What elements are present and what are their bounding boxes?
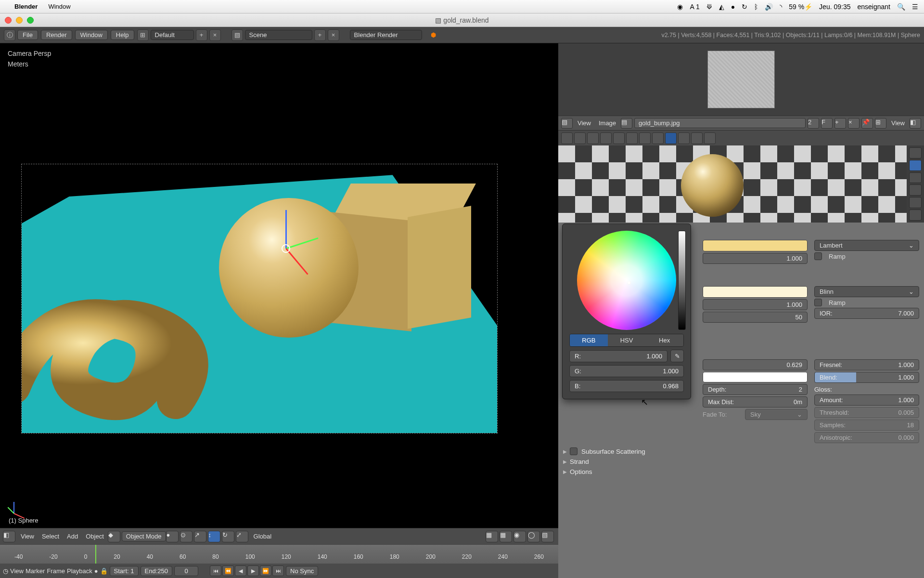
timemachine-icon[interactable]: ↻ — [742, 3, 747, 11]
uv-image-editor[interactable] — [558, 43, 924, 116]
prop-scene-icon[interactable] — [587, 132, 599, 144]
layout-delete-icon[interactable]: × — [209, 29, 221, 41]
prop-modifiers-icon[interactable] — [639, 132, 651, 144]
diffuse-color-swatch[interactable] — [703, 240, 808, 251]
layers-grid2-icon[interactable]: ▦ — [500, 531, 512, 542]
close-window-button[interactable] — [5, 17, 12, 24]
diffuse-shader-select[interactable]: Lambert⌄ — [814, 240, 919, 251]
preview-cube-icon[interactable] — [909, 172, 922, 184]
file-menu[interactable]: File — [17, 30, 38, 40]
zoom-window-button[interactable] — [27, 17, 34, 24]
start-frame-field[interactable]: Start:1 — [110, 566, 139, 576]
fade-to-select[interactable]: Sky⌄ — [745, 409, 808, 420]
dropbox-icon[interactable]: ⟱ — [706, 3, 712, 11]
prop-constraints-icon[interactable] — [626, 132, 638, 144]
gizmo-center[interactable] — [282, 244, 290, 253]
keyframe-prev-icon[interactable]: ⏪ — [222, 565, 234, 576]
window-menu[interactable]: Window — [48, 3, 70, 10]
lock-icon[interactable]: 🔒 — [100, 567, 108, 575]
prop-world-icon[interactable] — [600, 132, 612, 144]
screen-layout-select[interactable]: Default — [151, 30, 194, 40]
wifi-icon[interactable]: ◝ — [780, 3, 782, 11]
hex-tab[interactable]: Hex — [645, 334, 683, 346]
eyedropper-icon[interactable]: ✎ — [670, 350, 684, 362]
select-menu[interactable]: Select — [38, 533, 63, 540]
manipulator-toggle-icon[interactable]: ↗ — [194, 531, 206, 542]
prop-particles-icon[interactable] — [691, 132, 703, 144]
z-axis-handle[interactable] — [285, 210, 287, 249]
end-frame-field[interactable]: End:250 — [141, 566, 172, 576]
options-section-header[interactable]: Options — [563, 468, 919, 475]
scene-add-icon[interactable]: + — [314, 29, 326, 41]
tl-playback-menu[interactable]: Playback — [67, 567, 92, 575]
help-menu[interactable]: Help — [111, 30, 134, 40]
preview-monkey-icon[interactable] — [909, 184, 922, 196]
hsv-tab[interactable]: HSV — [608, 334, 646, 346]
spotlight-icon[interactable]: 🔍 — [897, 3, 905, 11]
editor-type-timeline-icon[interactable]: ◷ — [3, 567, 8, 575]
editor-type-icon[interactable]: ⓘ — [4, 29, 15, 41]
strand-section-header[interactable]: Strand — [563, 458, 919, 465]
diffuse-intensity-field[interactable]: 1.000 — [703, 253, 808, 264]
gloss-aniso-field[interactable]: Anisotropic:0.000 — [814, 432, 919, 443]
clock[interactable]: Jeu. 09:35 — [819, 3, 850, 11]
layers-grid-icon[interactable]: ▦ — [486, 531, 498, 542]
battery-percent[interactable]: 59 % ⚡ — [789, 3, 812, 11]
sss-enable-checkbox[interactable] — [570, 447, 578, 455]
keyframe-next-icon[interactable]: ⏩ — [260, 565, 271, 576]
orientation-select[interactable]: Global — [250, 533, 276, 540]
image-browse-icon[interactable]: ▤ — [621, 118, 632, 129]
snap-icon[interactable]: ◉ — [513, 531, 526, 542]
rgb-tab[interactable]: RGB — [570, 334, 608, 346]
prop-object-icon[interactable] — [613, 132, 625, 144]
r-field[interactable]: R:1.000 — [569, 350, 667, 362]
b-field[interactable]: B:0.968 — [569, 380, 684, 392]
proportional-edit-icon[interactable]: ◯ — [527, 531, 540, 542]
tl-marker-menu[interactable]: Marker — [26, 567, 45, 575]
depth-field[interactable]: Depth:2 — [703, 384, 808, 395]
color-wheel-cursor[interactable] — [627, 281, 631, 285]
prop-layers-icon[interactable] — [574, 132, 586, 144]
preview-sky-icon[interactable] — [909, 210, 922, 221]
sss-section-header[interactable]: Subsurface Scattering — [563, 447, 919, 455]
status-dot-icon[interactable]: ● — [731, 3, 735, 11]
fake-user-icon[interactable]: F — [821, 118, 833, 129]
g-field[interactable]: G:1.000 — [569, 365, 684, 377]
mirror-color-swatch[interactable] — [703, 372, 808, 382]
specular-shader-select[interactable]: Blinn⌄ — [814, 286, 919, 297]
render-engine-select[interactable]: Blender Render — [350, 30, 422, 40]
mode-select[interactable]: Object Mode — [122, 531, 166, 541]
fresnel-field[interactable]: Fresnel:1.000 — [814, 359, 919, 370]
3d-viewport[interactable]: Camera Persp Meters — [0, 43, 558, 528]
window-menu-bl[interactable]: Window — [75, 30, 108, 40]
color-wheel[interactable] — [577, 231, 676, 330]
prop-physics-icon[interactable] — [704, 132, 716, 144]
fresnel-blend-field[interactable]: Blend:1.000 — [814, 372, 919, 383]
scene-select[interactable]: Scene — [245, 30, 312, 40]
layout-add-icon[interactable]: + — [196, 29, 207, 41]
scene-browse-icon[interactable]: ▧ — [231, 29, 243, 41]
tl-view-menu[interactable]: View — [10, 567, 24, 575]
image-pin-icon[interactable]: 📌 — [861, 118, 873, 129]
render-preview-icon[interactable]: ▧ — [541, 531, 554, 542]
preview-flat-icon[interactable] — [909, 147, 922, 158]
prop-texture-icon[interactable] — [678, 132, 690, 144]
app-menu[interactable]: Blender — [14, 3, 38, 10]
gdrive-icon[interactable]: ◭ — [719, 3, 724, 11]
prop-data-icon[interactable] — [652, 132, 664, 144]
timeline[interactable]: -40-20 020 4060 80100 120140 160180 2002… — [0, 544, 558, 564]
render-menu[interactable]: Render — [41, 30, 72, 40]
gloss-amount-field[interactable]: Amount:1.000 — [814, 394, 919, 406]
rotate-manipulator-icon[interactable]: ↻ — [222, 531, 234, 542]
value-slider[interactable] — [678, 231, 686, 330]
image-new-icon[interactable]: + — [834, 118, 846, 129]
translate-manipulator-icon[interactable]: ↕ — [208, 531, 220, 542]
specular-color-swatch[interactable] — [703, 286, 808, 298]
maxdist-field[interactable]: Max Dist:0m — [703, 396, 808, 407]
autokey-icon[interactable]: ● — [94, 567, 98, 575]
adobe-cc-icon[interactable]: A 1 — [690, 3, 699, 11]
jump-start-icon[interactable]: ⏮ — [210, 565, 221, 576]
img-view-mode[interactable]: View — [888, 119, 908, 127]
play-icon[interactable]: ▶ — [247, 565, 259, 576]
uv-display-icon[interactable]: ⊞ — [875, 118, 886, 129]
